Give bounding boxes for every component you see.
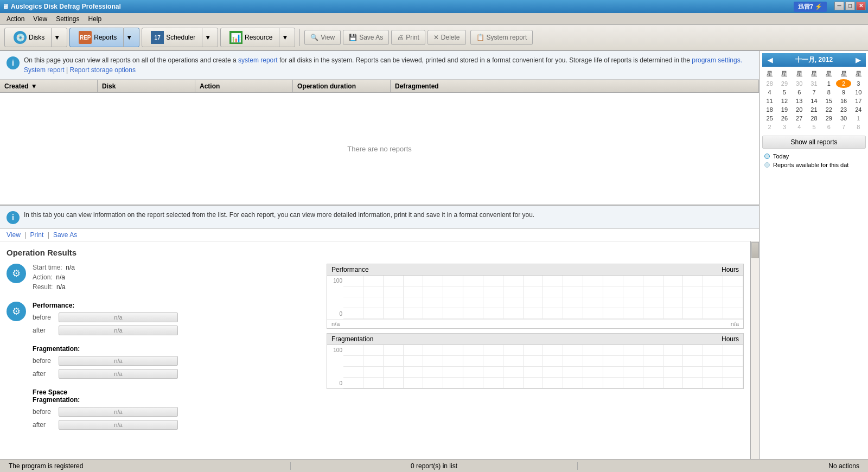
view-button[interactable]: 🔍 View xyxy=(304,30,341,45)
menu-view[interactable]: View xyxy=(29,14,52,24)
cal-day[interactable]: 6 xyxy=(821,123,836,131)
menu-action[interactable]: Action xyxy=(2,14,29,24)
disks-main[interactable]: 💿 Disks xyxy=(9,28,49,47)
scheduler-main[interactable]: 17 Scheduler xyxy=(146,28,200,47)
cal-day[interactable]: 13 xyxy=(792,97,807,105)
cal-day[interactable]: 14 xyxy=(807,97,821,105)
col-header-duration[interactable]: Operation duration xyxy=(293,80,391,92)
cal-day[interactable]: 5 xyxy=(777,88,792,97)
cal-prev-button[interactable]: ◀ xyxy=(765,56,775,64)
reports-main[interactable]: REP Reports xyxy=(74,28,121,47)
program-settings-link[interactable]: program settings. xyxy=(692,56,742,64)
cal-day[interactable]: 19 xyxy=(777,105,792,114)
cal-day[interactable]: 11 xyxy=(762,97,777,105)
col-header-disk[interactable]: Disk xyxy=(98,80,195,92)
fragmentation-chart: Fragmentation Hours 100 0 xyxy=(327,333,744,389)
cal-day[interactable]: 2 xyxy=(762,123,777,131)
resource-main[interactable]: 📊 Resource xyxy=(225,28,277,47)
save-as-button[interactable]: 💾 Save As xyxy=(343,30,389,45)
detail-print-link[interactable]: Print xyxy=(30,231,44,239)
chart-cell xyxy=(524,286,544,297)
detail-scrollbar[interactable] xyxy=(750,241,759,459)
chart-cell xyxy=(723,297,743,308)
col-header-created[interactable]: Created ▼ xyxy=(0,80,98,92)
cal-day[interactable]: 28 xyxy=(807,114,821,123)
delete-button[interactable]: ✕ Delete xyxy=(427,30,466,45)
scheduler-button[interactable]: 17 Scheduler ▼ xyxy=(142,28,218,47)
chart-cell xyxy=(443,378,463,388)
cal-day[interactable]: 3 xyxy=(851,79,866,88)
scrollbar-thumb[interactable] xyxy=(751,242,759,258)
scheduler-arrow[interactable]: ▼ xyxy=(202,28,213,47)
reports-dot xyxy=(764,162,770,168)
cal-day[interactable]: 15 xyxy=(821,97,836,105)
disks-arrow[interactable]: ▼ xyxy=(51,28,62,47)
cal-day[interactable]: 6 xyxy=(792,88,807,97)
chart-cell xyxy=(703,297,723,308)
cal-day[interactable]: 4 xyxy=(792,123,807,131)
cal-day[interactable]: 10 xyxy=(851,88,866,97)
cal-day[interactable]: 27 xyxy=(792,114,807,123)
reports-button[interactable]: REP Reports ▼ xyxy=(69,28,139,47)
col-header-action[interactable]: Action xyxy=(195,80,293,92)
chart-cell xyxy=(683,345,703,356)
chart-cell xyxy=(683,297,703,308)
cal-week-4: 18 19 20 21 22 23 24 xyxy=(762,105,866,114)
cal-day[interactable]: 7 xyxy=(807,88,821,97)
cal-day[interactable]: 20 xyxy=(792,105,807,114)
cal-day-today[interactable]: 2 xyxy=(836,79,851,88)
detail-save-link[interactable]: Save As xyxy=(53,231,77,239)
cal-day[interactable]: 17 xyxy=(851,97,866,105)
cal-day[interactable]: 29 xyxy=(777,79,792,88)
cal-day[interactable]: 31 xyxy=(807,79,821,88)
cal-day[interactable]: 8 xyxy=(851,123,866,131)
minimize-button[interactable]: ─ xyxy=(834,2,844,10)
cal-weekday-tue: 星 xyxy=(777,69,792,79)
reports-arrow[interactable]: ▼ xyxy=(123,28,135,47)
chart-cell xyxy=(603,367,623,378)
table-header: Created ▼ Disk Action Operation duration… xyxy=(0,80,759,93)
cal-day[interactable]: 22 xyxy=(821,105,836,114)
report-storage-link[interactable]: Report storage options xyxy=(70,66,136,74)
detail-view-link[interactable]: View xyxy=(7,231,21,239)
system-report-button[interactable]: 📋 System report xyxy=(470,30,533,45)
cal-day[interactable]: 8 xyxy=(821,88,836,97)
cal-day[interactable]: 29 xyxy=(821,114,836,123)
cal-day[interactable]: 26 xyxy=(777,114,792,123)
cal-day[interactable]: 23 xyxy=(836,105,851,114)
cal-day[interactable]: 9 xyxy=(836,88,851,97)
disks-button[interactable]: 💿 Disks ▼ xyxy=(4,28,67,47)
cal-day[interactable]: 1 xyxy=(851,114,866,123)
maximize-button[interactable]: □ xyxy=(845,2,855,10)
menu-settings[interactable]: Settings xyxy=(52,14,84,24)
cal-day[interactable]: 30 xyxy=(792,79,807,88)
cal-day[interactable]: 25 xyxy=(762,114,777,123)
cal-day[interactable]: 3 xyxy=(777,123,792,131)
chart-cell xyxy=(443,276,463,286)
cal-day[interactable]: 21 xyxy=(807,105,821,114)
frag-before-row: before n/a xyxy=(33,356,316,366)
print-button[interactable]: 🖨 Print xyxy=(391,30,425,45)
cal-day[interactable]: 28 xyxy=(762,79,777,88)
cal-day[interactable]: 1 xyxy=(821,79,836,88)
cal-day[interactable]: 5 xyxy=(807,123,821,131)
menu-help[interactable]: Help xyxy=(84,14,106,24)
cal-day[interactable]: 16 xyxy=(836,97,851,105)
col-header-defragmented[interactable]: Defragmented xyxy=(391,80,759,92)
cal-day[interactable]: 30 xyxy=(836,114,851,123)
resource-arrow[interactable]: ▼ xyxy=(279,28,290,47)
resource-button[interactable]: 📊 Resource ▼ xyxy=(220,28,295,47)
system-report-link2[interactable]: System report xyxy=(24,66,65,74)
show-all-reports-button[interactable]: Show all reports xyxy=(762,136,866,149)
cal-day[interactable]: 4 xyxy=(762,88,777,97)
cal-weekday-sat: 星 xyxy=(836,69,851,79)
cal-day[interactable]: 24 xyxy=(851,105,866,114)
close-button[interactable]: ✕ xyxy=(856,2,866,10)
cal-day[interactable]: 12 xyxy=(777,97,792,105)
cal-day[interactable]: 7 xyxy=(836,123,851,131)
chart-cell xyxy=(463,297,483,308)
cal-day[interactable]: 18 xyxy=(762,105,777,114)
system-report-link[interactable]: system report xyxy=(238,56,278,64)
scheduler-icon: 17 xyxy=(151,31,164,44)
cal-next-button[interactable]: ▶ xyxy=(853,56,863,64)
